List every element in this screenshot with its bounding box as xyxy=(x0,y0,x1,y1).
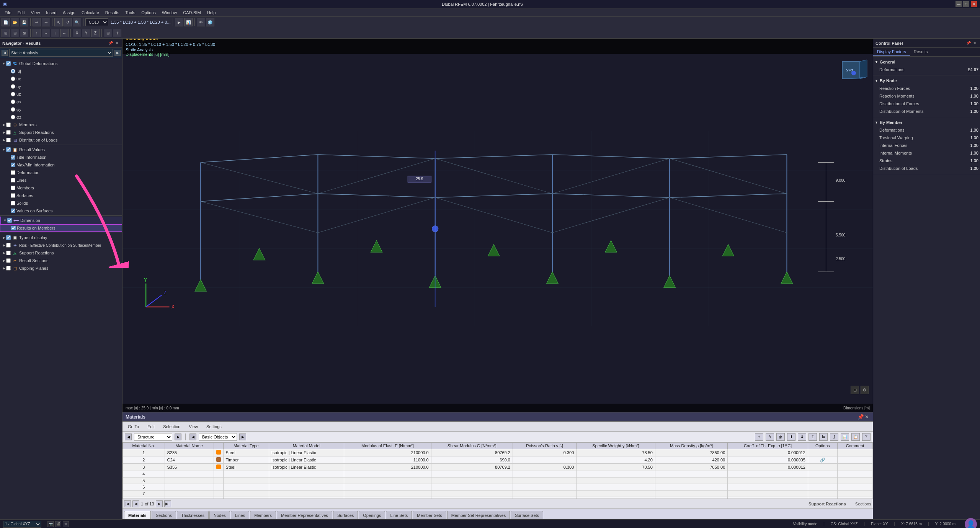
coord-system-combo[interactable]: 1 - Global XYZ xyxy=(3,521,41,528)
menu-item-view[interactable]: View xyxy=(28,10,43,16)
tb-results-btn[interactable]: 📊 xyxy=(184,18,193,26)
nav-result-values[interactable]: ▼ 📋 Result Values xyxy=(0,146,122,153)
materials-pin-btn[interactable]: 📌 xyxy=(858,414,864,420)
tab-surfaces[interactable]: Surfaces xyxy=(333,511,358,519)
page-next-btn[interactable]: ▶ xyxy=(156,500,163,507)
tb2-4[interactable]: ↑ xyxy=(33,29,41,37)
nav-ux[interactable]: ux xyxy=(0,75,122,83)
tb2-1[interactable]: ⊞ xyxy=(2,29,10,37)
menu-item-insert[interactable]: Insert xyxy=(43,10,60,16)
table-row[interactable]: 7 xyxy=(123,491,873,497)
tb2-snap[interactable]: ✛ xyxy=(113,29,121,37)
tb-select-btn[interactable]: ↖ xyxy=(54,18,63,26)
maximize-button[interactable]: □ xyxy=(963,1,969,7)
radio-uy[interactable] xyxy=(11,84,15,89)
nav-members-top[interactable]: ▶ ⊞ Members xyxy=(0,121,122,129)
nav-clipping-planes[interactable]: ▶ ◫ Clipping Planes xyxy=(0,264,122,272)
table-row[interactable]: 3 S355 Steel Isotropic | Linear Elastic … xyxy=(123,464,873,471)
tb-save-btn[interactable]: 💾 xyxy=(20,18,28,26)
page-prev-btn[interactable]: ◀ xyxy=(132,500,139,507)
user-avatar[interactable]: 👤 xyxy=(965,518,977,528)
status-cam-btn[interactable]: 📷 xyxy=(47,521,54,527)
chk-dimension[interactable] xyxy=(7,218,12,223)
nav-values-on-surfaces[interactable]: Values on Surfaces xyxy=(0,207,122,215)
tb-new-btn[interactable]: 📄 xyxy=(2,18,10,26)
chk-type-of-display[interactable] xyxy=(6,235,11,240)
table-row[interactable]: 6 xyxy=(123,484,873,491)
filter-next-btn[interactable]: ▶ xyxy=(175,433,181,440)
nav-phix[interactable]: φx xyxy=(0,98,122,106)
nav-distribution-loads[interactable]: ▶ ▤ Distribution of Loads xyxy=(0,136,122,144)
structure-filter-combo[interactable]: Structure xyxy=(134,433,172,441)
chk-solids-rv[interactable] xyxy=(11,201,15,205)
tb2-7[interactable]: ← xyxy=(60,29,69,37)
chk-result-values[interactable] xyxy=(6,147,11,152)
sa-arrow-right[interactable]: ▶ xyxy=(114,50,121,56)
nav-title-info[interactable]: Title Information xyxy=(0,153,122,161)
mat-tb-5[interactable]: ⬇ xyxy=(798,433,806,441)
tab-nodes[interactable]: Nodes xyxy=(209,511,230,519)
mat-tb-4[interactable]: ⬆ xyxy=(787,433,795,441)
radio-ux[interactable] xyxy=(11,77,15,81)
nav-support-reactions-bottom[interactable]: ▶ △ Support Reactions xyxy=(0,249,122,257)
tab-surface-sets[interactable]: Surface Sets xyxy=(511,511,543,519)
tab-members[interactable]: Members xyxy=(250,511,276,519)
menu-item-cad-bim[interactable]: CAD-BIM xyxy=(180,10,204,16)
nav-phiz[interactable]: φz xyxy=(0,113,122,121)
tb2-10[interactable]: Z xyxy=(91,29,100,37)
chk-distribution-loads[interactable] xyxy=(6,138,11,142)
chk-global-deformations[interactable] xyxy=(6,61,11,66)
mat-tb-8[interactable]: ∫ xyxy=(830,433,838,441)
mat-tb-9[interactable]: 📊 xyxy=(841,433,849,441)
static-analysis-combo[interactable]: Static Analysis xyxy=(9,49,113,57)
radio-phiz[interactable] xyxy=(11,115,15,119)
viewport-settings-btn[interactable]: ⚙ xyxy=(861,386,869,394)
cp-tab-display-factors[interactable]: Display Factors xyxy=(873,48,910,56)
page-first-btn[interactable]: |◀ xyxy=(124,500,131,507)
menu-item-results[interactable]: Results xyxy=(102,10,122,16)
chk-ribs[interactable] xyxy=(6,243,11,248)
menu-item-file[interactable]: File xyxy=(2,10,15,16)
chk-support-reactions-bottom[interactable] xyxy=(6,251,11,255)
radio-uz[interactable] xyxy=(11,92,15,96)
objects-filter-combo[interactable]: Basic Objects xyxy=(199,433,237,441)
tab-member-representatives[interactable]: Member Representatives xyxy=(277,511,332,519)
cp-section-header-by member[interactable]: ▼By Member xyxy=(875,119,978,126)
menu-item-edit[interactable]: Edit xyxy=(15,10,28,16)
status-eye-btn[interactable]: 👁 xyxy=(63,521,69,527)
tb2-3[interactable]: ⊠ xyxy=(20,29,28,37)
nav-maxmin-info[interactable]: Max/Min Information xyxy=(0,161,122,169)
tab-line-sets[interactable]: Line Sets xyxy=(386,511,412,519)
nav-solids-rv[interactable]: Solids xyxy=(0,199,122,207)
chk-lines-rv[interactable] xyxy=(11,178,15,183)
chk-results-on-members[interactable] xyxy=(11,226,16,230)
mat-tb-1[interactable]: + xyxy=(755,433,763,441)
objects-next-btn[interactable]: ▶ xyxy=(239,433,246,440)
tb2-2[interactable]: ⊟ xyxy=(11,29,19,37)
mat-settings[interactable]: Settings xyxy=(203,424,225,430)
nav-ribs[interactable]: ▶ ⟛ Ribs - Effective Contribution on Sur… xyxy=(0,241,122,249)
cp-close-btn[interactable]: ✕ xyxy=(972,40,978,46)
nav-uy[interactable]: uy xyxy=(0,83,122,90)
mat-tb-2[interactable]: ✎ xyxy=(766,433,774,441)
tb-3d-btn[interactable]: 🧊 xyxy=(206,18,214,26)
page-last-btn[interactable]: ▶| xyxy=(164,500,171,507)
menu-item-window[interactable]: Window xyxy=(159,10,180,16)
tb-rotate-btn[interactable]: ↺ xyxy=(64,18,72,26)
nav-lines-rv[interactable]: Lines xyxy=(0,176,122,184)
chk-deformation-rv[interactable] xyxy=(11,170,15,175)
tb-zoom-btn[interactable]: 🔍 xyxy=(73,18,81,26)
objects-prev-btn[interactable]: ◀ xyxy=(189,433,196,440)
radio-phix[interactable] xyxy=(11,99,15,104)
materials-close-btn[interactable]: ✕ xyxy=(864,414,870,420)
cp-section-header-general[interactable]: ▼General xyxy=(875,58,978,66)
tab-member-sets[interactable]: Member Sets xyxy=(413,511,446,519)
tab-member-set-representatives[interactable]: Member Set Representatives xyxy=(447,511,510,519)
menu-item-tools[interactable]: Tools xyxy=(122,10,138,16)
close-button[interactable]: ✕ xyxy=(971,1,977,7)
mat-tb-10[interactable]: 📋 xyxy=(851,433,860,441)
table-row[interactable]: 2 C24 Timber Isotropic | Linear Elastic … xyxy=(123,456,873,464)
mat-goto[interactable]: Go To xyxy=(125,424,142,430)
tb-calc-btn[interactable]: ▶ xyxy=(175,18,183,26)
tb2-grid[interactable]: ⊞ xyxy=(104,29,112,37)
